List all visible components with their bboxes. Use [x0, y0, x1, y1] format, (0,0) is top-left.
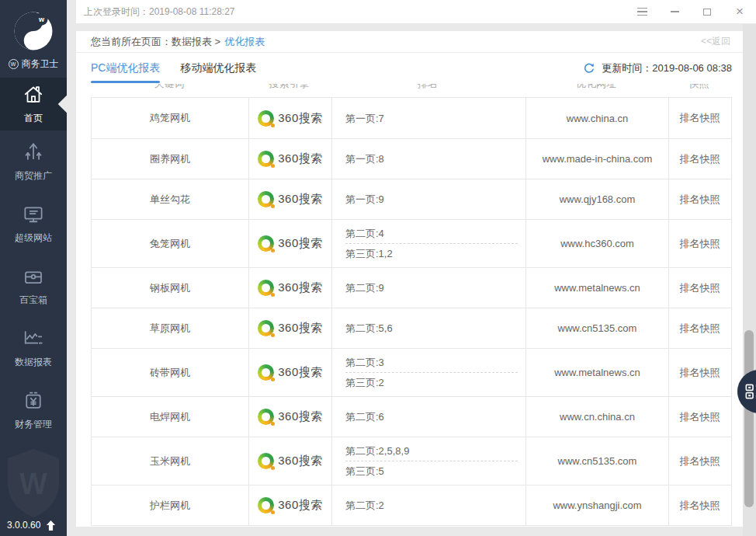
360-search-logo-icon — [258, 235, 274, 252]
table-row: 兔笼网机360搜索第二页:4第三页:1,2www.hc360.com排名快照 — [92, 219, 731, 267]
engine-label: 360搜索 — [278, 280, 323, 295]
sidebar-item-report[interactable]: 数据报表 — [0, 317, 67, 379]
engine-label: 360搜索 — [278, 321, 323, 336]
snapshot-link[interactable]: 排名快照 — [680, 499, 720, 513]
sidebar-item-home[interactable]: 首页 — [0, 78, 67, 131]
website-icon — [22, 203, 45, 226]
table-body: 鸡笼网机360搜索第一页:7www.china.cn排名快照圈养网机360搜索第… — [91, 97, 732, 526]
back-link[interactable]: <<返回 — [701, 35, 730, 48]
sidebar-item-website[interactable]: 超级网站 — [0, 193, 67, 255]
minimize-button[interactable] — [669, 6, 680, 17]
update-arrow-icon[interactable] — [45, 520, 56, 531]
rank-cell: 第一页:7 — [331, 98, 525, 138]
rank-cell: 第二页:3第三页:2 — [331, 349, 525, 396]
360-search-logo-icon — [258, 151, 274, 167]
search-engine-cell: 360搜索 — [248, 220, 331, 267]
table-row: 圈养网机360搜索第一页:8www.made-in-china.com排名快照 — [92, 138, 731, 179]
snapshot-link[interactable]: 排名快照 — [680, 281, 720, 295]
engine-label: 360搜索 — [278, 236, 323, 251]
url-cell: www.hc360.com — [525, 220, 668, 267]
maximize-icon — [703, 9, 711, 16]
sidebar: w w 商务卫士 首页商贸推广超级网站百宝箱数据报表财务管理 W 3.0.0.6… — [0, 0, 67, 536]
breadcrumb: 您当前所在页面：数据报表 >优化报表 <<返回 — [76, 31, 743, 53]
360-search-logo-icon — [258, 191, 274, 207]
tab-pc-report[interactable]: PC端优化报表 — [91, 53, 160, 84]
sidebar-item-label: 财务管理 — [15, 418, 52, 431]
engine-label: 360搜索 — [278, 111, 323, 126]
engine-label: 360搜索 — [278, 409, 323, 424]
360-search-logo-icon — [258, 453, 274, 469]
watermark-shield-icon: W — [3, 446, 64, 524]
url-cell: www.cn5135.com — [525, 437, 668, 485]
360-search-logo-icon — [258, 497, 274, 513]
table-header-cell: 优化网址 — [525, 84, 668, 97]
rank-value: 第二页:6 — [345, 407, 525, 426]
360-search-logo-icon — [258, 320, 274, 336]
breadcrumb-current-link[interactable]: 优化报表 — [224, 36, 265, 47]
minimize-icon — [671, 11, 679, 12]
toolbox-icon — [22, 265, 45, 288]
svg-text:w: w — [38, 16, 45, 23]
keyword-cell: 兔笼网机 — [92, 220, 248, 267]
snapshot-cell: 排名快照 — [668, 139, 730, 179]
snapshot-cell: 排名快照 — [668, 98, 730, 138]
table-row: 砖带网机360搜索第二页:3第三页:2www.metalnews.cn排名快照 — [92, 348, 731, 396]
report-table: 关键词搜索引擎排名优化网址快照 鸡笼网机360搜索第一页:7www.china.… — [91, 84, 732, 526]
maximize-button[interactable] — [702, 6, 713, 17]
sidebar-item-finance[interactable]: 财务管理 — [0, 379, 67, 441]
search-engine-cell: 360搜索 — [248, 179, 331, 219]
rank-value: 第二页:2,5,8,9 — [345, 441, 525, 461]
table-row: 单丝勾花360搜索第一页:9www.qjy168.com排名快照 — [92, 179, 731, 219]
table-header-clipped: 关键词搜索引擎排名优化网址快照 — [91, 84, 732, 97]
window-menu-button[interactable] — [636, 6, 647, 17]
snapshot-link[interactable]: 排名快照 — [680, 366, 720, 380]
keyword-cell: 鸡笼网机 — [92, 98, 248, 138]
snapshot-cell: 排名快照 — [668, 220, 730, 267]
brand-mark-icon: w — [9, 59, 19, 69]
rank-value: 第二页:9 — [345, 278, 525, 298]
snapshot-link[interactable]: 排名快照 — [680, 111, 720, 125]
table-header-cell: 关键词 — [91, 84, 248, 97]
update-time: 更新时间：2019-08-06 08:38 — [602, 61, 732, 75]
hamburger-icon — [637, 8, 647, 16]
tabs-bar: PC端优化报表 移动端优化报表 更新时间：2019-08-06 08:38 — [76, 53, 743, 84]
vertical-scrollbar-thumb[interactable] — [744, 330, 754, 507]
brand-name: 商务卫士 — [22, 57, 59, 71]
snapshot-link[interactable]: 排名快照 — [680, 237, 720, 251]
rank-cell: 第二页:9 — [331, 268, 525, 308]
360-search-logo-icon — [258, 110, 274, 127]
vertical-scrollbar-track[interactable] — [743, 24, 756, 536]
snapshot-link[interactable]: 排名快照 — [680, 193, 720, 207]
table-row: 草原网机360搜索第二页:5,6www.cn5135.com排名快照 — [92, 308, 731, 348]
finance-icon — [22, 389, 45, 412]
qr-code-icon — [743, 381, 756, 402]
snapshot-cell: 排名快照 — [668, 349, 730, 396]
home-icon — [22, 83, 45, 106]
brand-logo-icon: w — [0, 0, 67, 54]
snapshot-link[interactable]: 排名快照 — [680, 454, 720, 468]
engine-label: 360搜索 — [278, 192, 323, 207]
sidebar-item-label: 首页 — [24, 112, 43, 125]
url-cell: www.made-in-china.com — [525, 139, 668, 179]
close-button[interactable]: × — [734, 6, 745, 17]
search-engine-cell: 360搜索 — [248, 397, 331, 437]
search-engine-cell: 360搜索 — [248, 268, 331, 308]
table-row: 电焊网机360搜索第二页:6www.cn.china.cn排名快照 — [92, 396, 731, 437]
refresh-icon[interactable] — [583, 62, 595, 75]
rank-cell: 第一页:8 — [331, 139, 525, 179]
active-item-arrow-icon — [58, 96, 76, 113]
url-cell: www.ynshangji.com — [525, 486, 668, 525]
sidebar-item-promote[interactable]: 商贸推广 — [0, 131, 67, 193]
snapshot-link[interactable]: 排名快照 — [680, 410, 720, 424]
snapshot-link[interactable]: 排名快照 — [680, 152, 720, 166]
snapshot-link[interactable]: 排名快照 — [680, 322, 720, 336]
engine-label: 360搜索 — [278, 151, 323, 166]
table-row: 玉米网机360搜索第二页:2,5,8,9第三页:5www.cn5135.com排… — [92, 437, 731, 485]
tab-mobile-report[interactable]: 移动端优化报表 — [180, 53, 256, 84]
table-header-cell: 排名 — [331, 84, 525, 97]
url-cell: www.china.cn — [525, 98, 668, 138]
sidebar-item-toolbox[interactable]: 百宝箱 — [0, 255, 67, 317]
svg-text:W: W — [19, 468, 47, 500]
snapshot-cell: 排名快照 — [668, 308, 730, 348]
url-cell: www.cn.china.cn — [525, 397, 668, 437]
